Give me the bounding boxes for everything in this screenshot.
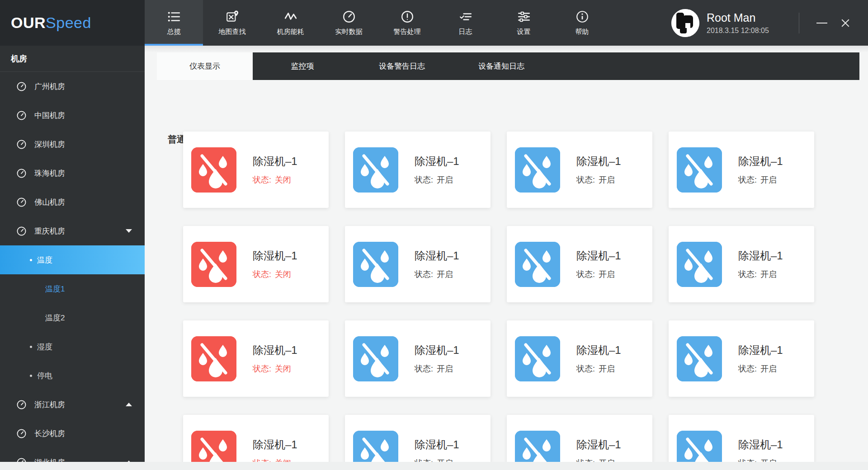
sidebar-item-power-outage[interactable]: 停电 [0,361,145,390]
device-title: 除湿机–1 [253,437,297,452]
nav-item-overview[interactable]: 总揽 [145,0,203,46]
tab-device-alert-log[interactable]: 设备警告日志 [352,52,452,80]
status-label: 状态: [576,270,595,279]
nav-item-map-search[interactable]: 地图查找 [203,0,261,46]
tab-dashboard-display[interactable]: 仪表显示 [157,52,253,80]
device-card[interactable]: 除湿机–1 状态:开启 [507,320,652,397]
top-nav: 总揽 地图查找 机房能耗 实时数据 警告处理 日志 设置 帮助 [145,0,611,46]
gauge-icon [342,10,356,24]
tab-bar: 仪表显示 监控项 设备警告日志 设备通知日志 [157,52,859,80]
minimize-icon [816,23,827,24]
close-button[interactable] [835,13,855,33]
avatar-image [671,9,699,37]
sidebar-item-changsha[interactable]: 长沙机房 [0,419,145,448]
map-search-icon [226,10,239,24]
help-icon [576,10,589,24]
gauge-icon [16,110,27,121]
status-value: 开启 [437,270,453,279]
user-avatar[interactable] [671,9,699,37]
device-status: 状态:开启 [415,269,459,280]
gauge-icon [16,81,27,92]
sidebar-item-humidity[interactable]: 湿度 [0,332,145,361]
nav-item-alert-handling[interactable]: 警告处理 [378,0,436,46]
tab-monitoring-items[interactable]: 监控项 [253,52,352,80]
status-label: 状态: [738,175,757,184]
sidebar-item-zhongguo[interactable]: 中国机房 [0,101,145,130]
device-card[interactable]: 除湿机–1 状态:开启 [669,132,814,208]
device-title: 除湿机–1 [738,249,783,263]
card-text: 除湿机–1 状态:开启 [576,154,621,185]
nav-item-energy[interactable]: 机房能耗 [261,0,320,46]
device-status: 状态:开启 [576,269,621,280]
device-status: 状态:关闭 [253,363,297,374]
sidebar-item-temperature2[interactable]: 温度2 [0,303,145,332]
status-value: 开启 [599,175,615,184]
nav-label: 警告处理 [394,28,421,36]
device-card[interactable]: 除湿机–1 状态:开启 [345,132,491,208]
device-card[interactable]: 除湿机–1 状态:开启 [345,226,491,302]
minimize-button[interactable] [812,13,832,33]
list-icon [167,10,181,24]
device-card[interactable]: 除湿机–1 状态:开启 [507,226,652,302]
sidebar-item-temperature[interactable]: 温度 [0,245,145,274]
card-text: 除湿机–1 状态:开启 [738,343,783,374]
status-label: 状态: [415,364,433,373]
log-icon [459,10,472,24]
nav-label: 机房能耗 [277,28,304,36]
device-card[interactable]: 除湿机–1 状态:开启 [669,320,814,397]
device-title: 除湿机–1 [253,154,297,169]
sidebar-item-temperature1[interactable]: 温度1 [0,274,145,303]
gauge-icon [16,197,27,207]
settings-icon [517,10,531,24]
device-card[interactable]: 除湿机–1 状态:关闭 [183,226,329,302]
status-label: 状态: [415,270,433,279]
status-label: 状态: [253,270,271,279]
sidebar-item-chongqing[interactable]: 重庆机房 [0,216,145,245]
status-value: 关闭 [275,364,291,373]
nav-item-help[interactable]: 帮助 [553,0,611,46]
device-card[interactable]: 除湿机–1 状态:关闭 [183,132,329,208]
tab-device-notice-log[interactable]: 设备通知日志 [452,52,551,80]
sidebar-item-shenzhen[interactable]: 深圳机房 [0,130,145,159]
sidebar-item-label: 广州机房 [34,81,65,92]
status-label: 状态: [738,270,757,279]
sidebar-item-label: 重庆机房 [34,226,65,236]
nav-item-realtime-data[interactable]: 实时数据 [320,0,378,46]
device-card[interactable]: 除湿机–1 状态:开启 [507,132,652,208]
device-title: 除湿机–1 [576,437,621,452]
device-status: 状态:开启 [576,174,621,185]
status-value: 关闭 [275,175,291,184]
sidebar-item-zhuhai[interactable]: 珠海机房 [0,159,145,188]
status-value: 开启 [599,270,615,279]
device-card[interactable]: 除湿机–1 状态:开启 [669,226,814,302]
sidebar-item-guangzhou[interactable]: 广州机房 [0,72,145,101]
nav-item-settings[interactable]: 设置 [495,0,553,46]
sidebar-item-zhejiang[interactable]: 浙江机房 [0,390,145,419]
status-value: 开启 [437,175,453,184]
nav-label: 地图查找 [219,28,246,36]
sidebar-item-label: 停电 [37,371,52,381]
device-card[interactable]: 除湿机–1 状态:关闭 [183,320,329,397]
nav-item-logs[interactable]: 日志 [436,0,495,46]
datetime: 2018.3.15 12:08:05 [707,27,797,35]
sidebar-item-label: 深圳机房 [34,139,65,150]
device-title: 除湿机–1 [576,154,621,169]
chevron-up-icon [126,403,132,406]
card-text: 除湿机–1 状态:开启 [415,249,459,280]
device-title: 除湿机–1 [415,437,459,452]
device-title: 除湿机–1 [576,343,621,357]
status-label: 状态: [253,175,271,184]
dehumidifier-on-icon [677,336,722,381]
dehumidifier-on-icon [515,147,560,193]
status-value: 开启 [760,364,777,373]
sidebar: 机房 广州机房 中国机房 深圳机房 珠海机房 佛山机房 重庆机房 温度 温度1 … [0,46,145,470]
device-card[interactable]: 除湿机–1 状态:开启 [345,320,491,397]
gauge-icon [16,226,27,236]
device-title: 除湿机–1 [415,249,459,263]
status-label: 状态: [738,364,757,373]
sidebar-item-label: 浙江机房 [34,400,65,410]
card-text: 除湿机–1 状态:关闭 [253,343,297,374]
card-text: 除湿机–1 状态:开启 [415,154,459,185]
sidebar-item-foshan[interactable]: 佛山机房 [0,188,145,216]
dehumidifier-on-icon [353,336,398,381]
